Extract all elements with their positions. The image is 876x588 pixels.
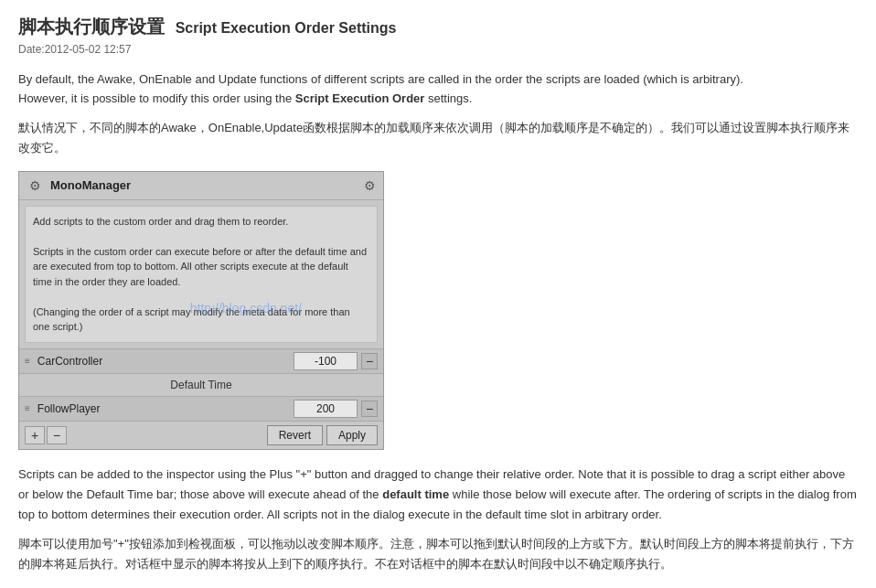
info-line3: (Changing the order of a script may modi… xyxy=(33,305,369,335)
remove-script-btn[interactable]: − xyxy=(47,426,67,444)
desc-en-3: settings. xyxy=(424,91,472,105)
gear-icon: ⚙ xyxy=(27,177,43,194)
panel-header: ⚙ MonoManager ⚙ xyxy=(19,172,383,200)
panel-settings-icon[interactable]: ⚙ xyxy=(364,178,376,193)
footer-description-cn: 脚本可以使用加号"+"按钮添加到检视面板，可以拖动以改变脚本顺序。注意，脚本可以… xyxy=(18,534,858,574)
add-remove-buttons: + − xyxy=(25,426,67,444)
row2-name: FollowPlayer xyxy=(37,402,101,415)
date-line: Date:2012-05-02 12:57 xyxy=(18,43,858,56)
row2-remove-btn[interactable]: − xyxy=(361,401,378,417)
drag-handle-1: ≡ xyxy=(25,356,30,366)
desc-en-1: By default, the Awake, OnEnable and Upda… xyxy=(18,72,743,86)
description-en: By default, the Awake, OnEnable and Upda… xyxy=(18,70,858,109)
panel-footer: + − Revert Apply xyxy=(19,421,383,449)
desc-en-2: However, it is possible to modify this o… xyxy=(18,91,295,105)
page-title-en: Script Execution Order Settings xyxy=(176,20,397,36)
panel-info-box: Add scripts to the custom order and drag… xyxy=(25,206,378,343)
row1-name: CarController xyxy=(37,355,102,368)
action-buttons: Revert Apply xyxy=(267,425,378,445)
info-line2: Scripts in the custom order can execute … xyxy=(33,244,369,290)
row1-value-input[interactable] xyxy=(294,352,358,370)
footer-en-bold: default time xyxy=(382,487,449,501)
footer-description-en: Scripts can be added to the inspector us… xyxy=(18,465,858,525)
mono-manager-panel: http://blog.csdn.net/ ⚙ MonoManager ⚙ Ad… xyxy=(18,171,384,450)
add-script-btn[interactable]: + xyxy=(25,426,45,444)
title-area: 脚本执行顺序设置 Script Execution Order Settings xyxy=(18,15,858,39)
panel-title: MonoManager xyxy=(50,178,131,192)
row-follow-player: ≡ FollowPlayer − xyxy=(19,396,383,421)
description-cn: 默认情况下，不同的脚本的Awake，OnEnable,Update函数根据脚本的… xyxy=(18,118,858,158)
drag-handle-2: ≡ xyxy=(25,403,30,413)
row2-value-input[interactable] xyxy=(294,400,358,418)
page-title-cn: 脚本执行顺序设置 xyxy=(18,16,165,37)
row1-remove-btn[interactable]: − xyxy=(361,353,378,369)
default-time-label: Default Time xyxy=(170,379,231,391)
default-time-row: Default Time xyxy=(19,373,383,396)
row2-label: ≡ FollowPlayer xyxy=(25,402,294,415)
revert-btn[interactable]: Revert xyxy=(267,425,323,445)
info-line1: Add scripts to the custom order and drag… xyxy=(33,214,369,230)
panel-header-left: ⚙ MonoManager xyxy=(27,177,131,194)
row-car-controller: ≡ CarController − xyxy=(19,348,383,373)
apply-btn[interactable]: Apply xyxy=(326,425,378,445)
row1-label: ≡ CarController xyxy=(25,355,294,368)
desc-en-bold: Script Execution Order xyxy=(295,91,425,105)
